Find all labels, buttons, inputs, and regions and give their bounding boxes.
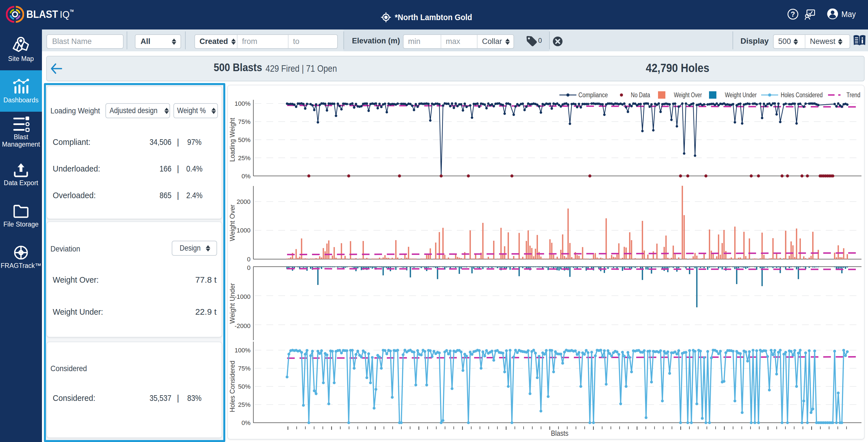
svg-text:-1000: -1000 bbox=[235, 293, 250, 300]
svg-text:Compliance: Compliance bbox=[578, 91, 608, 99]
svg-text:Blasts: Blasts bbox=[551, 429, 568, 438]
svg-text:75%: 75% bbox=[238, 365, 250, 372]
svg-text:50%: 50% bbox=[238, 136, 250, 144]
svg-text:25%: 25% bbox=[238, 401, 250, 408]
svg-text:0%: 0% bbox=[242, 173, 250, 180]
svg-text:Holes Considered: Holes Considered bbox=[781, 91, 823, 99]
svg-text:Loading Weight: Loading Weight bbox=[228, 118, 236, 161]
svg-text:1000: 1000 bbox=[237, 227, 250, 234]
svg-text:50%: 50% bbox=[238, 383, 250, 390]
svg-text:No Data: No Data bbox=[631, 91, 650, 99]
svg-text:100%: 100% bbox=[235, 100, 250, 107]
svg-text:Trend: Trend bbox=[846, 91, 860, 99]
svg-text:Weight Under: Weight Under bbox=[228, 283, 236, 323]
svg-text:?: ? bbox=[790, 10, 795, 18]
svg-text:Weight Under: Weight Under bbox=[725, 91, 756, 99]
svg-text:2000: 2000 bbox=[237, 198, 250, 205]
svg-text:0%: 0% bbox=[242, 419, 250, 426]
svg-text:100%: 100% bbox=[235, 347, 250, 354]
svg-text:Weight Over: Weight Over bbox=[674, 91, 702, 99]
svg-text:-2000: -2000 bbox=[235, 322, 250, 329]
svg-text:25%: 25% bbox=[238, 154, 250, 161]
svg-text:Holes Considered: Holes Considered bbox=[228, 361, 236, 412]
svg-text:0: 0 bbox=[247, 256, 250, 263]
svg-text:75%: 75% bbox=[238, 118, 250, 125]
svg-text:Weight Over: Weight Over bbox=[228, 204, 236, 241]
svg-text:0: 0 bbox=[247, 264, 250, 271]
